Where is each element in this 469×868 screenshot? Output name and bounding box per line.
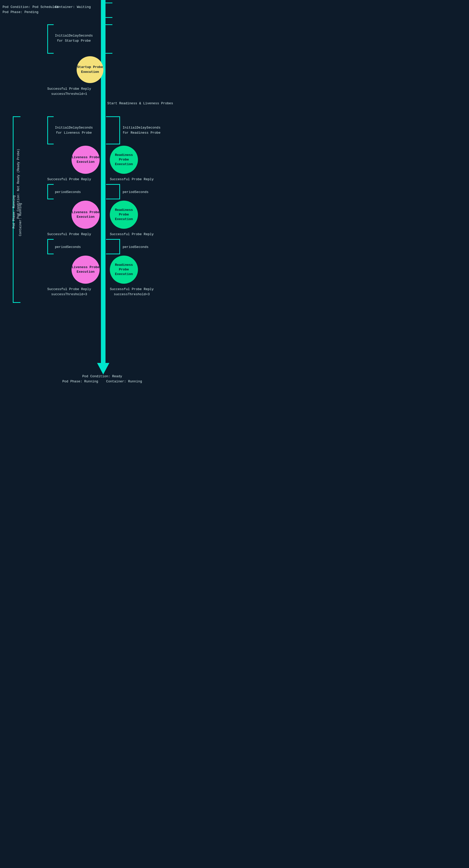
liveness-probe-circle-2: Liveness Probe Execution (71, 200, 100, 229)
startup-probe-circle: Startup Probe Execution (77, 56, 103, 83)
startup-delay-bracket (47, 24, 54, 54)
startup-delay-right-bracket (105, 24, 112, 54)
liveness-delay-label: InitialDelaySeconds for Liveness Probe (55, 125, 93, 135)
timeline-arrow (97, 363, 109, 374)
period-liveness-2-label: periodSeconds (55, 245, 81, 250)
side-label-container-running: Container: Running (18, 203, 23, 236)
period-liveness-1 (47, 184, 54, 199)
period-readiness-1 (106, 184, 120, 199)
readiness-probe-circle-2: Readiness Probe Execution (110, 200, 138, 229)
readiness-success-2: Successful Probe Reply (110, 232, 154, 237)
diagram-container: Pod Condition: Pod Scheduled Pod Phase: … (0, 0, 208, 386)
liveness-success-1: Successful Probe Reply (47, 177, 91, 182)
liveness-success-2: Successful Probe Reply (47, 232, 91, 237)
readiness-success-1: Successful Probe Reply (110, 177, 154, 182)
start-readiness-liveness-label: Start Readiness & Liveness Probes (107, 101, 173, 106)
readiness-probe-circle-3: Readiness Probe Execution (110, 256, 138, 284)
top-pod-condition: Pod Condition: Pod Scheduled (3, 5, 58, 10)
liveness-probe-circle-1: Liveness Probe Execution (71, 146, 100, 174)
readiness-success-3: Successful Probe Reply successThreshold=… (110, 287, 154, 297)
liveness-delay-bracket (47, 116, 54, 145)
period-readiness-2-label: periodSeconds (123, 245, 148, 250)
startup-delay-label: InitialDelaySeconds for Startup Probe (55, 33, 93, 43)
liveness-success-3: Successful Probe Reply successThreshold=… (47, 287, 91, 297)
top-pod-phase: Pod Phase: Pending (3, 10, 38, 15)
top-bracket (105, 3, 112, 18)
bottom-pod-phase-container: Pod Phase: Running Container: Running (36, 374, 169, 384)
startup-success-label: Successful Probe Reply successThreshold=… (47, 86, 91, 96)
readiness-delay-bracket (106, 116, 120, 145)
period-liveness-2 (47, 239, 54, 254)
readiness-probe-circle-1: Readiness Probe Execution (110, 146, 138, 174)
top-container: Container: Waiting (55, 5, 91, 10)
period-liveness-1-label: periodSeconds (55, 190, 81, 195)
side-label-phase-running: Pod Phase: Running (12, 195, 16, 228)
readiness-delay-label: InitialDelaySeconds for Readiness Probe (123, 125, 160, 135)
timeline-line (101, 0, 105, 366)
period-readiness-2 (106, 239, 120, 254)
liveness-probe-circle-3: Liveness Probe Execution (71, 256, 100, 284)
period-readiness-1-label: periodSeconds (123, 190, 148, 195)
